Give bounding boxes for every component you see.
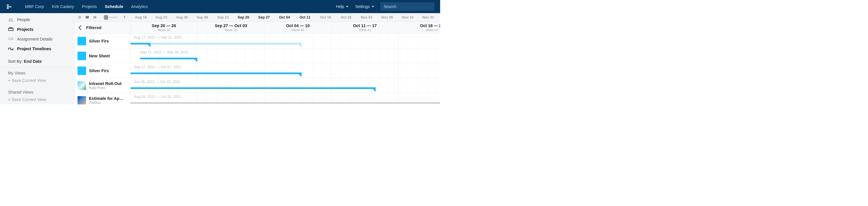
project-subtitle: Rally Point [89, 86, 121, 90]
nav-settings[interactable]: Settings [352, 0, 377, 13]
week-header: Filtered Sep 20 — 26Week 38Sep 27 — Oct … [75, 22, 440, 34]
zoom-slider[interactable] [103, 17, 118, 18]
row-track[interactable]: Sep 21, 2021 — Sep 26, 2021 [130, 49, 440, 63]
tick-label: Sep 20 [233, 13, 254, 21]
svg-rect-11 [11, 39, 13, 40]
week-cell[interactable]: Sep 27 — Oct 03Week 39 [197, 22, 265, 33]
row-header[interactable]: Silver Firs [75, 34, 130, 48]
bar-end-flag-icon [194, 59, 197, 62]
timeline-row[interactable]: Silver FirsSep 17, 2021 — Oct 07, 2021 [75, 63, 440, 78]
nav-settings-label: Settings [355, 4, 370, 9]
week-range: Oct 18 — 24 [420, 23, 440, 28]
project-title: Estimate for Ap… [89, 96, 123, 101]
row-track[interactable]: Aug 17, 2021 — Sep 21, 2021 [130, 34, 440, 48]
tick-label: Nov 08 [377, 13, 397, 21]
nav-schedule[interactable]: Schedule [101, 0, 127, 13]
project-thumb [78, 66, 86, 75]
row-track[interactable]: Jun 28, 2021 — Oct 15, 2021 [130, 78, 440, 93]
timeline-row[interactable]: Silver FirsAug 17, 2021 — Sep 21, 2021 [75, 34, 440, 49]
filter-label: Filtered [86, 25, 101, 30]
week-cells: Sep 20 — 26Week 38Sep 27 — Oct 03Week 39… [130, 22, 440, 33]
nav-org[interactable]: MBF Corp [21, 0, 48, 13]
svg-point-1 [7, 6, 8, 7]
app-logo-icon[interactable] [5, 3, 13, 10]
timeline-bar[interactable] [130, 43, 151, 45]
timelines-icon [8, 47, 14, 51]
tick-label: Sep 13 [213, 13, 233, 21]
row-track[interactable]: Sep 17, 2021 — Oct 07, 2021 [130, 63, 440, 78]
week-range: Oct 11 — 17 [353, 23, 377, 28]
scale-row: D W M T Aug 16Aug 23Aug 30Sep 06Sep 13Se… [75, 13, 440, 22]
tick-label: Nov 15 [397, 13, 418, 21]
week-number: Week 39 [225, 28, 237, 32]
timeline-bar[interactable] [130, 102, 440, 104]
timeline-bar[interactable] [140, 58, 197, 59]
svg-rect-3 [7, 8, 8, 9]
save-current-view-link[interactable]: + Save Current View [0, 77, 74, 86]
people-icon [8, 18, 14, 22]
row-track[interactable]: Aug 09, 2021 — Oct 25, 2021 [130, 93, 440, 105]
project-title: Silver Firs [89, 68, 109, 73]
tick-label: Oct 18 [315, 13, 336, 21]
week-cell[interactable]: Oct 11 — 17Week 41 [332, 22, 399, 33]
project-subtitle: Pavilion [89, 101, 123, 105]
tick-label: Oct 25 [336, 13, 356, 21]
top-nav: MBF Corp Kirk Caskey Projects Schedule A… [0, 0, 440, 13]
svg-rect-9 [11, 38, 13, 38]
unit-today[interactable]: T [123, 16, 127, 20]
row-header[interactable]: Intranet Roll-OutRally Point [75, 78, 130, 93]
timeline-row[interactable]: New SheetSep 21, 2021 — Sep 26, 2021 [75, 49, 440, 63]
tick-label: Aug 23 [151, 13, 172, 21]
nav-user[interactable]: Kirk Caskey [48, 0, 78, 13]
row-date-range: Aug 09, 2021 — Oct 25, 2021 [134, 95, 181, 99]
row-date-range: Sep 17, 2021 — Oct 07, 2021 [134, 65, 181, 69]
timeline-area: D W M T Aug 16Aug 23Aug 30Sep 06Sep 13Se… [75, 13, 440, 105]
timeline-bar[interactable] [130, 87, 376, 89]
timeline-row[interactable]: Estimate for Ap…PavilionAug 09, 2021 — O… [75, 93, 440, 105]
project-title: Silver Firs [89, 39, 109, 43]
save-current-view-link[interactable]: + Save Current View [0, 95, 74, 105]
row-header[interactable]: Estimate for Ap…Pavilion [75, 93, 130, 105]
row-header[interactable]: New Sheet [75, 49, 130, 63]
sort-by-label: Sort By: [8, 59, 24, 64]
caret-down-icon [372, 6, 374, 7]
week-range: Oct 04 — 10 [286, 23, 310, 28]
week-cell[interactable]: Oct 04 — 10Week 40 [265, 22, 332, 33]
sidebar-item-people[interactable]: People [0, 15, 74, 25]
caret-down-icon [346, 6, 348, 7]
sidebar-item-label: Project Timelines [17, 47, 51, 51]
nav-help-label: Help [336, 4, 344, 9]
unit-month[interactable]: M [93, 16, 97, 20]
unit-week[interactable]: W [85, 16, 90, 20]
tick-strip: Aug 16Aug 23Aug 30Sep 06Sep 13Sep 20Sep … [130, 13, 440, 21]
unit-day[interactable]: D [78, 16, 82, 20]
project-thumb [78, 81, 86, 90]
week-cell[interactable]: Oct 18 — 24Week 42 [399, 22, 440, 33]
row-date-range: Aug 17, 2021 — Sep 21, 2021 [134, 35, 182, 39]
timeline-row[interactable]: Intranet Roll-OutRally PointJun 28, 2021… [75, 78, 440, 93]
nav-analytics[interactable]: Analytics [127, 0, 152, 13]
my-views-heading: My Views [0, 67, 74, 77]
sidebar-item-assignment-details[interactable]: Assignment Details [0, 34, 74, 44]
nav-help[interactable]: Help [333, 0, 352, 13]
week-cell[interactable]: Sep 20 — 26Week 38 [130, 22, 197, 33]
row-date-range: Sep 21, 2021 — Sep 26, 2021 [140, 50, 188, 54]
back-chevron-icon[interactable] [79, 25, 84, 30]
sidebar-item-label: Projects [17, 27, 33, 32]
timeline-rows: Silver FirsAug 17, 2021 — Sep 21, 2021Ne… [75, 34, 440, 105]
row-date-range: Jun 28, 2021 — Oct 15, 2021 [134, 80, 181, 84]
search-input[interactable] [383, 4, 432, 9]
zoom-slider-knob[interactable] [104, 15, 108, 20]
sort-by[interactable]: Sort By: End Date [0, 56, 74, 67]
nav-projects[interactable]: Projects [78, 0, 101, 13]
sidebar-item-project-timelines[interactable]: Project Timelines [0, 44, 74, 54]
sidebar-item-projects[interactable]: Projects [0, 25, 74, 34]
shared-views-heading: Shared Views [0, 86, 74, 95]
tick-label: Sep 06 [192, 13, 213, 21]
timeline-bar[interactable] [151, 43, 302, 45]
timeline-bar[interactable] [130, 72, 302, 74]
nav-search[interactable] [380, 2, 434, 11]
row-header[interactable]: Silver Firs [75, 63, 130, 78]
svg-point-4 [9, 18, 10, 20]
tick-label: Nov 22 [418, 13, 438, 21]
